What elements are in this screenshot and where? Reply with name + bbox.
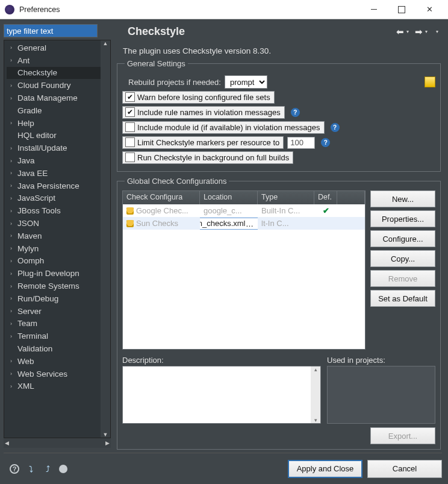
expand-icon[interactable]: › [10,233,17,239]
tree-item-general[interactable]: ›General [7,42,110,54]
tree-item-remote-systems[interactable]: ›Remote Systems [7,280,110,292]
limit-checkbox[interactable] [125,137,135,147]
page-menu-dropdown[interactable]: ▾ [436,29,438,34]
expand-icon[interactable]: › [10,321,17,327]
col-type[interactable]: Type [258,191,314,204]
tree-item-server[interactable]: ›Server [7,305,110,318]
expand-icon[interactable]: › [10,245,17,251]
window-minimize-button[interactable] [360,0,388,19]
tree-item-hql-editor[interactable]: HQL editor [7,130,110,142]
tree-item-jboss-tools[interactable]: ›JBoss Tools [7,204,110,217]
forward-history-dropdown[interactable]: ▾ [425,29,428,34]
back-history-dropdown[interactable]: ▾ [406,29,409,34]
tree-item-web[interactable]: ›Web [7,355,110,368]
tree-item-plug-in-developn[interactable]: ›Plug-in Developn [7,267,110,280]
tree-item-javascript[interactable]: ›JavaScript [7,192,110,205]
table-row[interactable]: Google Chec... google_c... Built-In C...… [123,204,365,217]
expand-icon[interactable]: › [10,371,17,377]
window-close-button[interactable] [415,0,443,19]
expand-icon[interactable]: › [10,258,17,264]
rebuild-select[interactable]: prompt [225,75,267,89]
set-default-button[interactable]: Set as Default [370,290,435,307]
cancel-button[interactable]: Cancel [367,460,442,478]
expand-icon[interactable]: › [10,45,17,51]
description-textarea[interactable]: ▴▾ [122,366,321,424]
help-icon[interactable]: ? [10,464,19,474]
tree-item-team[interactable]: ›Team [7,318,110,330]
expand-icon[interactable]: › [10,333,17,339]
tree-item-java-persistence[interactable]: ›Java Persistence [7,180,110,192]
location-cell-input[interactable] [200,218,258,230]
help-icon[interactable]: ? [331,123,340,132]
expand-icon[interactable]: › [10,308,17,314]
expand-icon[interactable]: › [10,221,17,227]
expand-icon[interactable]: › [10,183,17,189]
expand-icon[interactable]: › [10,120,17,126]
expand-icon[interactable]: › [10,158,17,164]
expand-icon[interactable]: › [10,295,17,301]
tree-item-web-services[interactable]: ›Web Services [7,368,110,380]
expand-icon[interactable]: › [10,271,17,277]
background-checkbox[interactable] [125,152,135,162]
horizontal-scrollbar[interactable]: ◀▶ [4,438,111,448]
tree-item-terminal[interactable]: ›Terminal [7,330,110,342]
expand-icon[interactable]: › [10,57,17,63]
tree-item-install-update[interactable]: ›Install/Update [7,142,110,154]
help-icon[interactable]: ? [321,138,330,147]
tree-item-oomph[interactable]: ›Oomph [7,255,110,268]
tree-item-json[interactable]: ›JSON [7,217,110,230]
tree-item-java[interactable]: ›Java [7,154,110,167]
configs-table[interactable]: Check Configura Location Type Def. Googl… [122,190,366,350]
include-names-row[interactable]: Include rule names in violation messages [122,106,285,119]
include-module-checkbox[interactable] [125,122,135,132]
tree-item-java-ee[interactable]: ›Java EE [7,167,110,180]
tree-item-data-manageme[interactable]: ›Data Manageme [7,92,110,104]
vertical-scrollbar[interactable]: ▴▾ [311,366,320,423]
tree-item-xml[interactable]: ›XML [7,380,110,393]
expand-icon[interactable]: › [10,283,17,289]
expand-icon[interactable]: › [10,358,17,364]
vertical-scrollbar[interactable]: ▲▼ [101,40,110,438]
limit-input[interactable] [287,137,315,149]
col-location[interactable]: Location [200,191,258,204]
export-button[interactable]: Export... [370,427,435,444]
configure-button[interactable]: Configure... [370,230,435,247]
warn-checkbox[interactable] [125,92,135,102]
used-in-projects-list[interactable] [327,366,435,424]
col-check-configuration[interactable]: Check Configura [123,191,200,204]
expand-icon[interactable]: › [10,208,17,214]
table-row[interactable]: Sun Checks lt-In C... [123,217,365,230]
tree-item-ant[interactable]: ›Ant [7,54,110,67]
tree-item-cloud-foundry[interactable]: ›Cloud Foundry [7,79,110,92]
expand-icon[interactable]: › [10,383,17,389]
apply-and-close-button[interactable]: Apply and Close [288,460,362,478]
copy-button[interactable]: Copy... [370,250,435,267]
limit-row[interactable]: Limit Checkstyle markers per resource to [122,136,284,149]
include-module-row[interactable]: Include module id (if available) in viol… [122,121,325,134]
category-tree[interactable]: ›General›AntCheckstyle›Cloud Foundry›Dat… [4,40,110,392]
new-button[interactable]: New... [370,190,435,207]
include-names-checkbox[interactable] [125,107,135,117]
back-icon[interactable]: ⬅ [396,27,404,37]
col-default[interactable]: Def. [314,191,337,204]
properties-button[interactable]: Properties... [370,210,435,227]
import-icon[interactable]: ⤵ [25,464,36,474]
forward-icon[interactable]: ➡ [415,27,423,37]
tree-item-maven[interactable]: ›Maven [7,230,110,242]
export-icon[interactable]: ⤴ [42,464,53,474]
help-icon[interactable]: ? [291,108,300,117]
expand-icon[interactable]: › [10,195,17,201]
tree-item-mylyn[interactable]: ›Mylyn [7,242,110,255]
warn-checkbox-row[interactable]: Warn before losing configured file sets [122,91,275,104]
tree-item-validation[interactable]: Validation [7,342,110,355]
background-row[interactable]: Run Checkstyle in background on full bui… [122,151,293,164]
window-maximize-button[interactable] [388,0,415,19]
expand-icon[interactable]: › [10,170,17,176]
expand-icon[interactable]: › [10,95,17,101]
expand-icon[interactable]: › [10,145,17,151]
tree-item-checkstyle[interactable]: Checkstyle [7,67,110,80]
tree-item-help[interactable]: ›Help [7,117,110,130]
tree-item-run-debug[interactable]: ›Run/Debug [7,292,110,305]
refresh-icon[interactable] [425,77,435,87]
remove-button[interactable]: Remove [370,270,435,287]
